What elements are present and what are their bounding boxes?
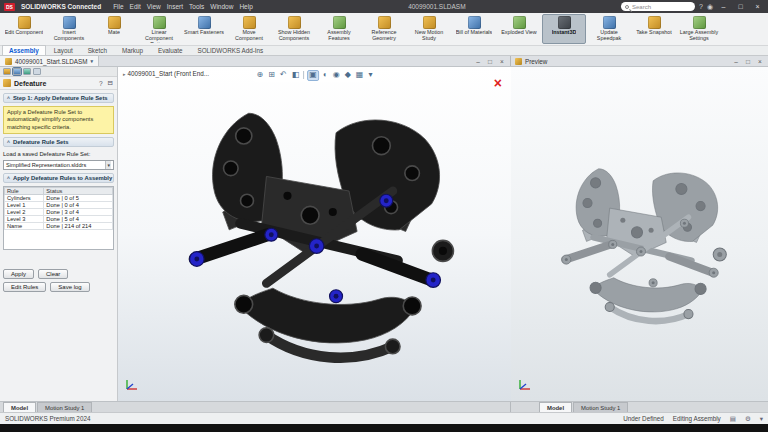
ribbon-button-icon (693, 16, 706, 29)
flyout-featuremanager[interactable]: ▸ 40099001_Start (Front End... (123, 70, 209, 77)
ribbon-tab[interactable]: Layout (47, 45, 80, 55)
search-input[interactable]: Search (621, 2, 695, 11)
preview-window-controls: – □ × (730, 56, 768, 67)
ribbon-button[interactable]: New Motion Study (407, 14, 451, 44)
apply-button[interactable]: Apply (3, 269, 34, 279)
ribbon-button[interactable]: Exploded View (497, 14, 541, 44)
ribbon-button[interactable]: Edit Component (2, 14, 46, 44)
preview-window[interactable] (511, 67, 768, 401)
assembly-model[interactable] (145, 92, 485, 392)
step1-group-header[interactable]: ^ Step 1: Apply Defeature Rule Sets (3, 93, 114, 103)
ribbon-button[interactable]: Update Speedpak (587, 14, 631, 44)
gear-icon[interactable]: ⚙ (745, 415, 751, 423)
rule-row[interactable]: Name Done | 214 of 214 (5, 223, 113, 230)
sheet-icon[interactable]: ▤ (730, 415, 736, 423)
preview-close-button[interactable]: × (754, 56, 766, 67)
preview-minimize-button[interactable]: – (730, 56, 742, 67)
menu-item[interactable]: Tools (189, 3, 204, 10)
apply-scene-icon[interactable]: ▦ (355, 71, 365, 80)
constraint-status-label: Under Defined (623, 415, 664, 422)
ribbon-button[interactable]: Show Hidden Components (272, 14, 316, 44)
preview-model[interactable] (534, 155, 746, 342)
edit-rules-button[interactable]: Edit Rules (3, 282, 46, 292)
apply-rules-group-header[interactable]: ^ Apply Defeature Rules to Assembly (3, 173, 114, 183)
doc-minimize-button[interactable]: – (472, 56, 484, 67)
maximize-button[interactable]: □ (734, 0, 747, 13)
search-placeholder: Search (632, 4, 651, 10)
help-icon[interactable]: ? (699, 3, 703, 10)
ribbon-button[interactable]: Large Assembly Settings (677, 14, 721, 44)
ribbon-button[interactable]: Mate (92, 14, 136, 44)
display-style-icon[interactable]: ◐ (322, 71, 329, 80)
ribbon-button[interactable]: Reference Geometry (362, 14, 406, 44)
chevron-down-icon: ▾ (105, 161, 111, 169)
view-orientation-icon[interactable]: ▣ (307, 70, 319, 81)
clear-button[interactable]: Clear (38, 269, 68, 279)
ribbon-button-icon (468, 16, 481, 29)
menu-item[interactable]: Help (239, 3, 252, 10)
rule-row[interactable]: Cylinders Done | 0 of 5 (5, 195, 113, 202)
doc-close-button[interactable]: × (496, 56, 508, 67)
status-column-header: Status (44, 188, 113, 195)
featuremanager-tab-icon[interactable] (3, 68, 11, 75)
save-log-button[interactable]: Save log (50, 282, 89, 292)
orientation-triad (517, 378, 533, 396)
ribbon-button-icon (423, 16, 436, 29)
ribbon-button-icon (243, 16, 256, 29)
user-icon[interactable]: ◉ (707, 3, 713, 10)
help-icon[interactable]: ? (98, 80, 104, 87)
zoom-to-fit-icon[interactable]: ⊕ (256, 71, 265, 80)
chevron-up-icon: ^ (7, 95, 10, 101)
menu-item[interactable]: Insert (167, 3, 183, 10)
ribbon-button[interactable]: Instant3D (542, 14, 586, 44)
ribbon-button-icon (378, 16, 391, 29)
configurationmanager-tab-icon[interactable] (23, 68, 31, 75)
ribbon-button-icon (63, 16, 76, 29)
preview-restore-button[interactable]: □ (742, 56, 754, 67)
close-button[interactable]: × (751, 0, 764, 13)
rule-row[interactable]: Level 1 Done | 0 of 4 (5, 202, 113, 209)
panel-header: Defeature ? ⊟ (0, 77, 117, 90)
ribbon-button[interactable]: Bill of Materials (452, 14, 496, 44)
pin-icon[interactable]: ⊟ (107, 79, 114, 87)
edit-appearance-icon[interactable]: ◆ (344, 71, 352, 80)
menu-item[interactable]: Edit (130, 3, 141, 10)
ribbon-button[interactable]: Assembly Features (317, 14, 361, 44)
document-tab[interactable]: 40099001_Start.SLDASM ▾ (0, 56, 99, 66)
ribbon-button[interactable]: Smart Fasteners (182, 14, 226, 44)
ribbon-tab[interactable]: Markup (115, 45, 150, 55)
ribbon-tab[interactable]: Assembly (2, 45, 46, 55)
menu-item[interactable]: Window (210, 3, 233, 10)
ribbon-tab[interactable]: SOLIDWORKS Add-Ins (190, 45, 270, 55)
menu-item[interactable]: File (113, 3, 123, 10)
model-tab[interactable]: Model (3, 402, 36, 412)
rulesets-group-header[interactable]: ^ Defeature Rule Sets (3, 137, 114, 147)
chevron-down-icon[interactable]: ▾ (760, 415, 763, 423)
solidworks-window: DS SOLIDWORKS Connected FileEditViewInse… (0, 0, 768, 432)
rule-column-header: Rule (5, 188, 44, 195)
minimize-button[interactable]: – (717, 0, 730, 13)
preview-model-tab[interactable]: Motion Study 1 (573, 402, 628, 412)
menu-item[interactable]: View (147, 3, 161, 10)
appearances-tab-icon[interactable] (33, 68, 41, 75)
view-settings-icon[interactable]: ▾ (367, 71, 373, 80)
model-tab[interactable]: Motion Study 1 (37, 402, 92, 412)
ribbon-tab[interactable]: Evaluate (151, 45, 190, 55)
zoom-to-area-icon[interactable]: ⊞ (267, 71, 276, 80)
preview-model-tab[interactable]: Model (539, 402, 572, 412)
graphics-area[interactable]: ▸ 40099001_Start (Front End... ⊕ ⊞ ↶ ◧ ▣… (118, 67, 511, 401)
rule-row[interactable]: Level 2 Done | 3 of 4 (5, 209, 113, 216)
hide-show-items-icon[interactable]: ◉ (332, 71, 341, 80)
ribbon-tab[interactable]: Sketch (81, 45, 114, 55)
ribbon-button[interactable]: Move Component (227, 14, 271, 44)
propertymanager-tab-icon[interactable] (13, 68, 21, 75)
ruleset-dropdown[interactable]: Simplified Representation.slddrs ▾ (3, 160, 114, 170)
ribbon-button[interactable]: Insert Components (47, 14, 91, 44)
rule-row[interactable]: Level 3 Done | 5 of 4 (5, 216, 113, 223)
ribbon-button[interactable]: Linear Component Pattern (137, 14, 181, 44)
section-view-icon[interactable]: ◧ (291, 71, 301, 80)
ribbon-button[interactable]: Take Snapshot (632, 14, 676, 44)
cancel-propertymanager-icon[interactable]: × (494, 76, 502, 90)
previous-view-icon[interactable]: ↶ (279, 71, 288, 80)
doc-restore-button[interactable]: □ (484, 56, 496, 67)
